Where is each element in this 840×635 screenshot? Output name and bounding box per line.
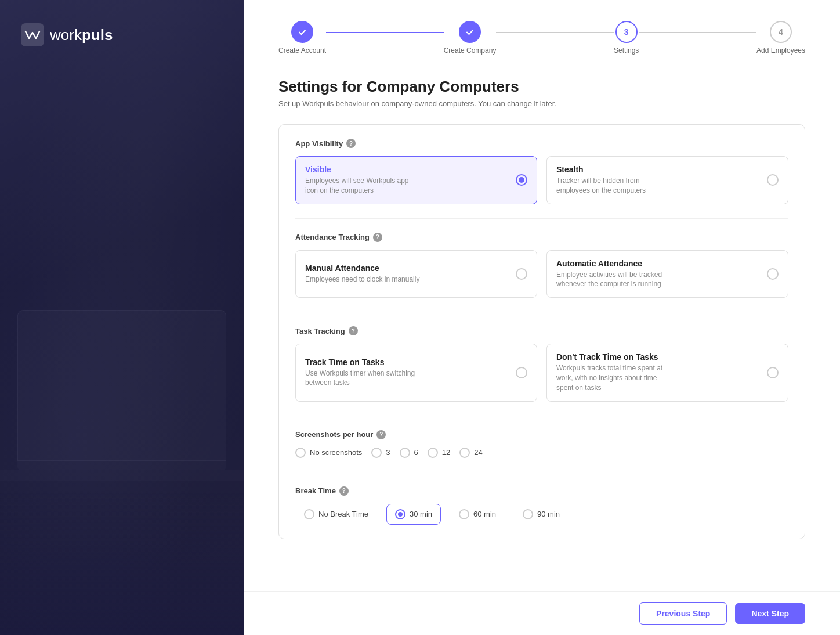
screenshots-help-icon[interactable]: ? (376, 430, 386, 439)
step-circle-4: 4 (770, 21, 792, 43)
attendance-tracking-label: Attendance Tracking ? (295, 233, 788, 242)
break-30min[interactable]: 30 min (386, 504, 441, 525)
option-no-track-tasks[interactable]: Don't Track Time on Tasks Workpuls track… (546, 344, 788, 401)
option-track-tasks[interactable]: Track Time on Tasks Use Workpuls timer w… (295, 344, 537, 401)
screenshot-3[interactable]: 3 (371, 448, 390, 458)
settings-card: App Visibility ? Visible Employees will … (278, 124, 805, 539)
step-circle-2 (459, 21, 481, 43)
screenshot-no-screenshots[interactable]: No screenshots (295, 448, 362, 458)
workpuls-logo-icon (21, 23, 44, 46)
track-tasks-title: Track Time on Tasks (305, 358, 421, 367)
screenshot-6[interactable]: 6 (400, 448, 418, 458)
break-time-help-icon[interactable]: ? (339, 486, 349, 496)
screenshot-24[interactable]: 24 (459, 448, 482, 458)
step-circle-3: 3 (615, 21, 638, 43)
radio-no-track-tasks[interactable] (767, 367, 779, 378)
svg-rect-0 (21, 23, 44, 46)
break-time-label: Break Time ? (295, 486, 788, 496)
option-visible[interactable]: Visible Employees will see Workpuls app … (295, 156, 537, 204)
right-panel: Create Account Create Company 3 Settings (244, 0, 840, 635)
radio-track-tasks[interactable] (516, 367, 527, 378)
page-title: Settings for Company Computers (278, 78, 805, 96)
screenshots-options: No screenshots 3 6 12 (295, 448, 788, 458)
break-options: No Break Time 30 min 60 min 90 min (295, 504, 788, 525)
radio-automatic-attendance[interactable] (767, 268, 779, 280)
task-help-icon[interactable]: ? (349, 326, 358, 335)
option-visible-title: Visible (305, 165, 421, 174)
break-time-section: Break Time ? No Break Time 30 min 60 min (295, 486, 788, 525)
track-tasks-desc: Use Workpuls timer when switching betwee… (305, 369, 421, 388)
app-visibility-label: App Visibility ? (295, 139, 788, 148)
automatic-attendance-desc: Employee activities will be tracked when… (556, 270, 672, 290)
connector-3-4 (639, 32, 756, 33)
radio-30min[interactable] (395, 509, 405, 519)
step-add-employees: 4 Add Employees (756, 21, 805, 55)
step-label-1: Create Account (278, 46, 326, 55)
option-stealth-desc: Tracker will be hidden from employees on… (556, 176, 672, 196)
radio-visible[interactable] (516, 174, 527, 186)
connector-2-3 (496, 32, 614, 33)
option-stealth[interactable]: Stealth Tracker will be hidden from empl… (546, 156, 788, 204)
left-panel: workpuls (0, 0, 244, 635)
screenshot-12[interactable]: 12 (428, 448, 450, 458)
step-create-account: Create Account (278, 21, 326, 55)
manual-attendance-desc: Employees need to clock in manually (305, 275, 419, 284)
page-subtitle: Set up Workpuls behaviour on company-own… (278, 99, 805, 108)
app-visibility-help-icon[interactable]: ? (346, 139, 356, 148)
radio-no-break[interactable] (304, 509, 314, 519)
app-visibility-options: Visible Employees will see Workpuls app … (295, 156, 788, 204)
step-label-4: Add Employees (756, 46, 805, 55)
manual-attendance-title: Manual Attendance (305, 264, 419, 273)
option-visible-desc: Employees will see Workpuls app icon on … (305, 176, 421, 196)
option-manual-attendance[interactable]: Manual Attendance Employees need to cloc… (295, 250, 537, 298)
radio-6-screenshots[interactable] (400, 448, 410, 458)
previous-step-button[interactable]: Previous Step (639, 602, 727, 625)
step-label-2: Create Company (444, 46, 497, 55)
attendance-options: Manual Attendance Employees need to cloc… (295, 250, 788, 298)
main-content: Create Account Create Company 3 Settings (244, 0, 840, 591)
radio-3-screenshots[interactable] (371, 448, 382, 458)
break-60min[interactable]: 60 min (450, 504, 505, 525)
no-track-tasks-desc: Workpuls tracks total time spent at work… (556, 363, 672, 392)
logo-text: workpuls (50, 26, 113, 44)
radio-stealth[interactable] (767, 174, 779, 186)
progress-steps: Create Account Create Company 3 Settings (278, 21, 805, 55)
radio-12-screenshots[interactable] (428, 448, 438, 458)
step-create-company: Create Company (444, 21, 497, 55)
automatic-attendance-title: Automatic Attendance (556, 259, 672, 268)
connector-1-2 (326, 32, 444, 33)
attendance-tracking-section: Attendance Tracking ? Manual Attendance … (295, 233, 788, 313)
break-90min[interactable]: 90 min (514, 504, 569, 525)
screenshots-section: Screenshots per hour ? No screenshots 3 … (295, 430, 788, 472)
screenshots-label: Screenshots per hour ? (295, 430, 788, 439)
logo-container: workpuls (0, 0, 244, 70)
radio-90min[interactable] (523, 509, 533, 519)
option-automatic-attendance[interactable]: Automatic Attendance Employee activities… (546, 250, 788, 298)
task-tracking-section: Task Tracking ? Track Time on Tasks Use … (295, 326, 788, 416)
radio-60min[interactable] (459, 509, 469, 519)
step-settings: 3 Settings (614, 21, 639, 55)
step-label-3: Settings (614, 46, 639, 55)
radio-manual-attendance[interactable] (516, 268, 527, 280)
no-track-tasks-title: Don't Track Time on Tasks (556, 352, 672, 362)
footer: Previous Step Next Step (244, 591, 840, 635)
radio-24-screenshots[interactable] (459, 448, 470, 458)
app-visibility-section: App Visibility ? Visible Employees will … (295, 139, 788, 219)
task-tracking-label: Task Tracking ? (295, 326, 788, 335)
radio-no-screenshots[interactable] (295, 448, 306, 458)
task-options: Track Time on Tasks Use Workpuls timer w… (295, 344, 788, 401)
next-step-button[interactable]: Next Step (735, 603, 805, 624)
step-circle-1 (291, 21, 313, 43)
option-stealth-title: Stealth (556, 165, 672, 174)
attendance-help-icon[interactable]: ? (373, 233, 382, 242)
break-no-break[interactable]: No Break Time (295, 504, 377, 525)
